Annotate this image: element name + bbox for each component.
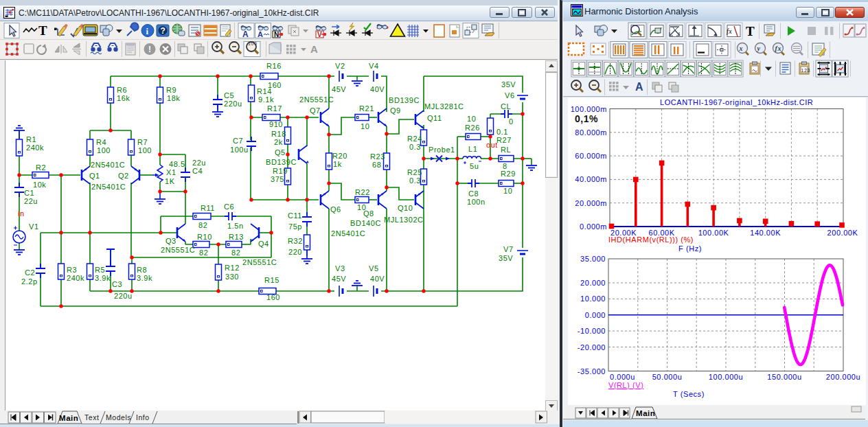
svg-text:45V: 45V — [332, 85, 346, 93]
svg-text:R9: R9 — [166, 86, 176, 94]
svg-text:220u: 220u — [114, 292, 133, 300]
svg-text:R12: R12 — [225, 264, 240, 272]
svg-text:R13: R13 — [229, 233, 244, 241]
svg-text:240k: 240k — [26, 143, 44, 152]
svg-text:22u: 22u — [192, 159, 206, 167]
svg-text:68: 68 — [372, 161, 381, 169]
svg-text:82: 82 — [231, 249, 240, 257]
svg-text:160: 160 — [266, 293, 280, 301]
svg-text:i: i — [146, 26, 149, 36]
svg-text:20.000: 20.000 — [580, 279, 606, 287]
svg-text:Main: Main — [59, 414, 78, 422]
svg-text:2.2p: 2.2p — [21, 277, 38, 286]
svg-text:0.1: 0.1 — [496, 128, 508, 136]
svg-text:80.000m: 80.000m — [575, 128, 607, 137]
svg-text:RL: RL — [501, 146, 511, 154]
svg-text:100.00K: 100.00K — [698, 229, 729, 237]
svg-text:R29: R29 — [501, 170, 516, 178]
svg-text:V5: V5 — [369, 264, 379, 273]
svg-text:10: 10 — [503, 187, 512, 195]
svg-text:BD139C: BD139C — [389, 96, 420, 104]
svg-text:Q8: Q8 — [363, 209, 374, 218]
svg-text:100: 100 — [248, 41, 257, 46]
svg-text:R27: R27 — [496, 136, 512, 144]
svg-text:in: in — [18, 209, 25, 218]
svg-text:-20.000: -20.000 — [578, 343, 606, 351]
svg-text:R19: R19 — [273, 167, 288, 175]
svg-text:T: T — [746, 24, 755, 38]
svg-text:1K: 1K — [165, 177, 175, 185]
svg-text:C3: C3 — [112, 280, 122, 288]
svg-text:A: A — [242, 30, 249, 39]
svg-text:Q4: Q4 — [258, 240, 269, 248]
svg-text:BD139C: BD139C — [266, 158, 297, 166]
svg-text:0.000: 0.000 — [585, 311, 606, 319]
svg-text:MJL3281C: MJL3281C — [424, 102, 464, 111]
svg-text:140.00K: 140.00K — [750, 229, 781, 237]
svg-text:10: 10 — [467, 115, 476, 123]
svg-text:X1: X1 — [166, 168, 176, 176]
svg-text:2N5551C: 2N5551C — [161, 246, 195, 254]
svg-text:16k: 16k — [117, 94, 130, 102]
svg-text:22u: 22u — [24, 197, 38, 205]
svg-text:C8: C8 — [468, 189, 479, 198]
svg-text:100.000u: 100.000u — [709, 373, 743, 381]
svg-text:75p: 75p — [288, 222, 302, 231]
svg-text:x: x — [739, 45, 744, 52]
svg-text:35.000: 35.000 — [580, 255, 606, 263]
svg-text:R6: R6 — [117, 86, 127, 94]
svg-text:Probe1: Probe1 — [429, 146, 455, 154]
svg-text:C2: C2 — [25, 268, 35, 277]
svg-text:10k: 10k — [33, 181, 46, 189]
svg-text:200.000u: 200.000u — [826, 373, 860, 381]
svg-text:-10.000: -10.000 — [578, 327, 606, 335]
svg-text:V3: V3 — [335, 264, 345, 273]
svg-text:R18: R18 — [271, 130, 286, 138]
svg-text:!: ! — [148, 45, 152, 54]
svg-text:V2: V2 — [335, 62, 345, 70]
svg-text:100: 100 — [138, 146, 152, 154]
svg-text:Q1: Q1 — [89, 172, 100, 180]
svg-text:123: 123 — [801, 68, 810, 73]
svg-text:R16: R16 — [266, 62, 282, 70]
svg-text:F (Hz): F (Hz) — [678, 244, 702, 253]
svg-text:R25: R25 — [407, 168, 422, 176]
svg-text:82: 82 — [199, 249, 208, 257]
svg-text:9.1k: 9.1k — [258, 95, 274, 104]
svg-text:LOCANTHI-1967-original_10kHz-d: LOCANTHI-1967-original_10kHz-dist.CIR — [660, 98, 813, 106]
svg-text:150.000u: 150.000u — [767, 373, 801, 381]
svg-text:R3: R3 — [67, 266, 77, 274]
svg-text:R5: R5 — [95, 266, 105, 274]
svg-text:0.000u: 0.000u — [610, 373, 635, 381]
svg-text:Q5: Q5 — [275, 148, 286, 157]
svg-text:Q3: Q3 — [165, 237, 176, 245]
svg-text:fx: fx — [727, 27, 732, 35]
svg-text:A: A — [258, 30, 264, 38]
svg-text:35V: 35V — [501, 80, 516, 89]
svg-text:220u: 220u — [224, 100, 242, 108]
svg-text:220: 220 — [288, 248, 302, 256]
svg-text:2k: 2k — [274, 138, 283, 146]
svg-text:0.3: 0.3 — [409, 143, 421, 151]
svg-text:R4: R4 — [96, 138, 106, 146]
svg-text:3.9k: 3.9k — [137, 274, 152, 282]
svg-text:48.5: 48.5 — [169, 160, 185, 168]
svg-text:out: out — [486, 141, 498, 149]
svg-text:L1: L1 — [468, 145, 477, 153]
svg-text:2N5401C: 2N5401C — [331, 229, 365, 238]
svg-text:?: ? — [161, 26, 166, 36]
svg-text:Info: Info — [136, 413, 150, 422]
svg-text:A: A — [635, 81, 643, 93]
svg-text:100n: 100n — [467, 198, 486, 206]
svg-text:Models: Models — [106, 413, 131, 422]
svg-text:BD140C: BD140C — [350, 219, 381, 227]
svg-text:R17: R17 — [267, 104, 282, 113]
svg-text:V7: V7 — [503, 245, 514, 253]
svg-text:0.3: 0.3 — [409, 176, 421, 185]
svg-text:910: 910 — [269, 120, 283, 128]
svg-text:Q7: Q7 — [310, 106, 321, 115]
svg-text:240k: 240k — [67, 274, 84, 282]
svg-text:Q9: Q9 — [390, 106, 401, 115]
svg-text:375: 375 — [271, 175, 284, 183]
svg-text:0: 0 — [509, 117, 514, 126]
